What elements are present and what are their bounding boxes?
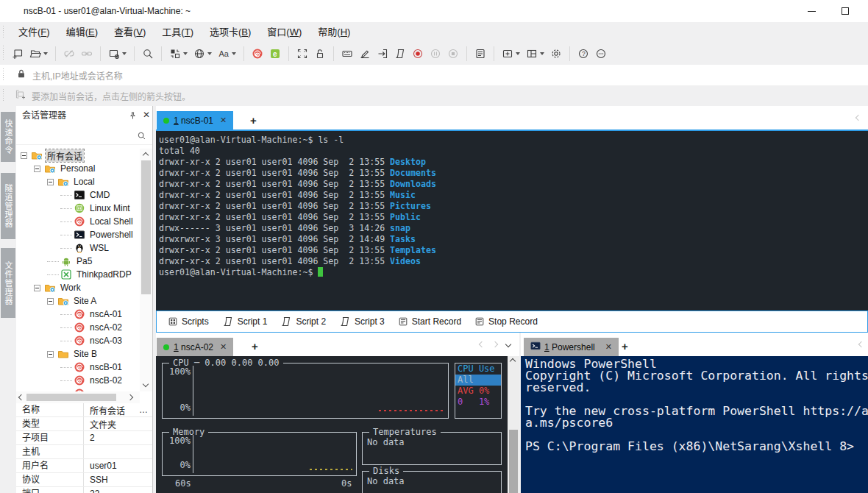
script-button[interactable] xyxy=(391,44,409,63)
reconnect-button[interactable] xyxy=(78,44,96,63)
script-3-button[interactable]: Script 3 xyxy=(332,313,391,330)
pause-button[interactable] xyxy=(427,44,444,63)
stop-record-button[interactable]: Stop Record xyxy=(468,313,544,330)
tree-item-Local[interactable]: Local xyxy=(16,175,140,188)
script-2-button[interactable]: Script 2 xyxy=(274,313,332,330)
toolbar-grip[interactable] xyxy=(3,89,4,102)
new-tab-button[interactable] xyxy=(499,44,523,63)
start-record-button[interactable]: Start Record xyxy=(391,313,468,330)
tab-nscB-01[interactable]: 1 nscB-01 ✕ xyxy=(157,111,233,130)
lock-button[interactable] xyxy=(311,44,329,63)
find-button[interactable] xyxy=(139,44,157,63)
tree-item-所有会话[interactable]: 所有会话 xyxy=(16,149,140,162)
new-tab-button[interactable]: + xyxy=(250,114,257,127)
collapse-icon[interactable] xyxy=(21,152,27,159)
collapse-icon[interactable] xyxy=(34,285,40,291)
tab-scroll-left-icon[interactable] xyxy=(855,115,861,121)
stop-button[interactable] xyxy=(444,44,462,63)
compose-button[interactable] xyxy=(356,44,374,63)
tree-item-Powershell[interactable]: Powershell xyxy=(16,228,140,241)
tree-item-nscA-03[interactable]: nscA-03 xyxy=(16,334,140,347)
close-tab-icon[interactable]: ✕ xyxy=(220,116,227,125)
collapse-icon[interactable] xyxy=(47,179,54,185)
tree-vertical-scrollbar[interactable] xyxy=(140,149,152,391)
tree-item-Linux Mint[interactable]: Linux Mint xyxy=(16,202,140,215)
menu-编辑(E)[interactable]: 编辑(E) xyxy=(58,22,106,42)
duplicate-session-button[interactable] xyxy=(105,44,129,63)
side-tab-快速命令[interactable]: 快速命令 xyxy=(1,112,15,162)
tree-item-nscA-02[interactable]: nscA-02 xyxy=(16,321,140,334)
collapse-icon[interactable] xyxy=(47,298,54,305)
tree-item-Local Shell[interactable]: Local Shell xyxy=(16,215,140,228)
tree-item-WSL[interactable]: WSL xyxy=(16,241,140,255)
disconnect-button[interactable] xyxy=(60,44,78,63)
web-button[interactable] xyxy=(191,44,215,63)
tree-item-nscA-01[interactable]: nscA-01 xyxy=(16,308,140,321)
close-panel-icon[interactable]: ✕ xyxy=(143,110,150,120)
maximize-button[interactable] xyxy=(833,0,858,22)
side-tab-隧道管理器[interactable]: 隧道管理器 xyxy=(1,173,15,239)
tree-item-nscB-02[interactable]: nscB-02 xyxy=(16,374,140,387)
layout-button[interactable] xyxy=(523,44,547,63)
tree-item-Site B[interactable]: Site B xyxy=(16,347,140,361)
xshell-button[interactable] xyxy=(249,44,266,63)
log-button[interactable] xyxy=(472,44,489,63)
script-1-button[interactable]: Script 1 xyxy=(216,313,274,330)
terminal-screen[interactable]: user01@alan-Virtual-Machine:~$ ls -ltota… xyxy=(156,131,868,311)
font-button[interactable]: Aa xyxy=(215,44,239,63)
record-button[interactable] xyxy=(409,44,427,63)
minimize-button[interactable] xyxy=(799,0,824,22)
close-tab-icon[interactable]: ✕ xyxy=(605,342,612,352)
about-button[interactable] xyxy=(592,44,610,63)
xftp-button[interactable]: e xyxy=(266,44,284,63)
menu-选项卡(B)[interactable]: 选项卡(B) xyxy=(202,22,259,42)
menu-文件(F)[interactable]: 文件(F) xyxy=(10,22,58,42)
menu-工具(T)[interactable]: 工具(T) xyxy=(154,22,202,42)
tab-scroll-right-icon[interactable] xyxy=(492,341,498,347)
side-tab-文件管理器[interactable]: 文件管理器 xyxy=(1,248,15,318)
session-search-input[interactable] xyxy=(16,126,152,145)
toolbar-grip[interactable] xyxy=(3,46,4,61)
new-session-button[interactable] xyxy=(9,44,26,63)
menu-查看(V)[interactable]: 查看(V) xyxy=(106,22,154,42)
tab-menu-icon[interactable] xyxy=(505,341,511,347)
tab-powershell[interactable]: 1 Powershell ✕ xyxy=(524,338,619,356)
powershell-screen[interactable]: Windows PowerShellCopyright (C) Microsof… xyxy=(521,356,868,493)
tab-scroll-left-icon[interactable] xyxy=(858,341,864,347)
monitor-tab-bar: 1 nscA-02 ✕ + xyxy=(156,333,519,356)
new-tab-button[interactable]: + xyxy=(252,340,258,352)
tab-scroll-left-icon[interactable] xyxy=(479,341,485,347)
collapse-icon[interactable] xyxy=(34,166,40,172)
tree-item-nscB-01[interactable]: nscB-01 xyxy=(16,361,140,374)
monitor-scrollbar[interactable] xyxy=(508,356,519,493)
add-session-icon[interactable] xyxy=(15,88,26,103)
tree-horizontal-scrollbar[interactable] xyxy=(16,391,140,403)
more-button[interactable]: … xyxy=(139,405,152,415)
transfer-button[interactable] xyxy=(166,44,191,63)
help-button[interactable]: ? xyxy=(574,44,592,63)
menu-帮助(H)[interactable]: 帮助(H) xyxy=(310,22,358,42)
collapse-icon[interactable] xyxy=(47,351,54,358)
tree-item-Work[interactable]: Work xyxy=(16,281,140,294)
menu-窗口(W)[interactable]: 窗口(W) xyxy=(259,22,310,42)
open-session-button[interactable] xyxy=(26,44,51,63)
tree-item-Personal[interactable]: Personal xyxy=(16,162,140,175)
property-row: 主机 xyxy=(16,445,152,459)
settings-button[interactable] xyxy=(547,44,565,63)
tree-item-Pa5[interactable]: Pa5 xyxy=(16,255,140,268)
tree-item-CMD[interactable]: CMD xyxy=(16,188,140,202)
toolbar-grip[interactable] xyxy=(3,26,4,38)
tree-item-ThinkpadRDP[interactable]: ThinkpadRDP xyxy=(16,268,140,281)
close-tab-icon[interactable]: ✕ xyxy=(220,342,227,352)
pin-icon[interactable] xyxy=(128,110,138,124)
address-bar[interactable]: 主机,IP地址或会话名称 xyxy=(0,65,868,85)
keyboard-button[interactable] xyxy=(338,44,356,63)
tree-item-Site A[interactable]: Site A xyxy=(16,294,140,308)
new-tab-button[interactable]: + xyxy=(622,340,628,352)
tab-nscA-02[interactable]: 1 nscA-02 ✕ xyxy=(157,338,233,356)
scripts-button[interactable]: Scripts xyxy=(161,313,216,330)
address-input-placeholder[interactable]: 主机,IP地址或会话名称 xyxy=(32,69,123,82)
fullscreen-button[interactable] xyxy=(294,44,311,63)
send-button[interactable] xyxy=(374,44,391,63)
toolbar-grip[interactable] xyxy=(3,68,4,82)
